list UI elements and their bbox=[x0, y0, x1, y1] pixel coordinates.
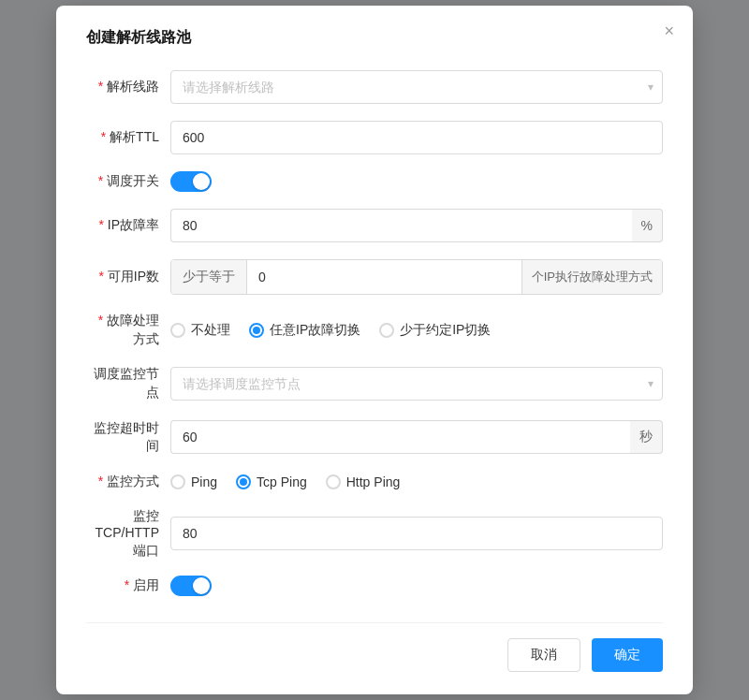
tcp-port-label: 监控TCP/HTTP 端口 bbox=[86, 507, 170, 559]
modal-title: 创建解析线路池 bbox=[86, 28, 663, 48]
fault-option-2[interactable]: 少于约定IP切换 bbox=[379, 322, 491, 339]
monitor-node-select-wrapper: 请选择调度监控节点 ▾ bbox=[170, 367, 663, 401]
ttl-label: 解析TTL bbox=[86, 128, 170, 147]
modal-container: 创建解析线路池 × 解析线路 请选择解析线路 ▾ 解析TTL 调度开关 bbox=[56, 6, 693, 694]
line-select[interactable]: 请选择解析线路 bbox=[170, 70, 663, 104]
monitor-timeout-label: 监控超时时间 bbox=[86, 419, 170, 456]
ttl-row: 解析TTL bbox=[86, 121, 663, 154]
line-label: 解析线路 bbox=[86, 78, 170, 96]
tcp-port-label-line1: 监控TCP/HTTP bbox=[95, 508, 159, 540]
monitor-type-row: 监控方式 Ping Tcp Ping Http Ping bbox=[86, 473, 663, 491]
tcp-port-row: 监控TCP/HTTP 端口 bbox=[86, 507, 663, 559]
line-select-wrapper: 请选择解析线路 ▾ bbox=[170, 70, 663, 104]
monitor-type-label: 监控方式 bbox=[86, 473, 170, 491]
fault-mode-label: 故障处理方式 bbox=[86, 312, 170, 348]
fault-option-label-2: 少于约定IP切换 bbox=[400, 322, 491, 339]
fault-rate-row: IP故障率 % bbox=[86, 209, 663, 242]
monitor-node-row: 调度监控节点 请选择调度监控节点 ▾ bbox=[86, 365, 663, 401]
cancel-button[interactable]: 取消 bbox=[507, 638, 580, 672]
monitor-node-label: 调度监控节点 bbox=[86, 365, 170, 401]
radio-circle-2 bbox=[379, 323, 394, 338]
available-ip-wrapper: 少于等于 个IP执行故障处理方式 bbox=[170, 259, 663, 295]
schedule-label: 调度开关 bbox=[86, 172, 170, 191]
monitor-type-option-0[interactable]: Ping bbox=[170, 474, 217, 489]
enable-toggle-slider bbox=[170, 576, 212, 596]
confirm-button[interactable]: 确定 bbox=[592, 638, 663, 672]
line-row: 解析线路 请选择解析线路 ▾ bbox=[86, 70, 663, 104]
schedule-row: 调度开关 bbox=[86, 171, 663, 192]
fault-rate-input[interactable] bbox=[170, 209, 632, 242]
monitor-timeout-suffix: 秒 bbox=[630, 420, 663, 454]
monitor-radio-circle-2 bbox=[326, 474, 341, 489]
available-ip-label: 可用IP数 bbox=[86, 268, 170, 286]
modal-overlay: 创建解析线路池 × 解析线路 请选择解析线路 ▾ 解析TTL 调度开关 bbox=[0, 0, 749, 700]
monitor-radio-circle-0 bbox=[170, 474, 185, 489]
fault-option-label-1: 任意IP故障切换 bbox=[270, 322, 360, 339]
monitor-timeout-row: 监控超时时间 秒 bbox=[86, 419, 663, 456]
available-ip-prefix: 少于等于 bbox=[171, 260, 247, 294]
fault-option-1[interactable]: 任意IP故障切换 bbox=[249, 322, 360, 339]
tcp-port-input[interactable] bbox=[170, 517, 663, 550]
monitor-type-label-2: Http Ping bbox=[346, 474, 401, 489]
monitor-type-label-1: Tcp Ping bbox=[257, 474, 307, 489]
fault-rate-label: IP故障率 bbox=[86, 216, 170, 235]
available-ip-row: 可用IP数 少于等于 个IP执行故障处理方式 bbox=[86, 259, 663, 295]
enable-row: 启用 bbox=[86, 576, 663, 596]
available-ip-suffix: 个IP执行故障处理方式 bbox=[521, 260, 662, 294]
monitor-type-radio-group: Ping Tcp Ping Http Ping bbox=[170, 474, 400, 489]
monitor-radio-circle-1 bbox=[236, 474, 251, 489]
fault-mode-row: 故障处理方式 不处理 任意IP故障切换 少于约定IP切换 bbox=[86, 312, 663, 348]
tcp-port-label-line2: 端口 bbox=[133, 543, 159, 558]
fault-option-0[interactable]: 不处理 bbox=[170, 322, 230, 339]
monitor-type-option-1[interactable]: Tcp Ping bbox=[236, 474, 307, 489]
fault-option-label-0: 不处理 bbox=[191, 322, 230, 339]
monitor-timeout-input[interactable] bbox=[170, 420, 630, 454]
radio-circle-0 bbox=[170, 323, 185, 338]
enable-label: 启用 bbox=[86, 576, 170, 595]
enable-toggle[interactable] bbox=[170, 576, 212, 596]
fault-rate-suffix: % bbox=[632, 209, 663, 242]
available-ip-input[interactable] bbox=[247, 260, 521, 294]
monitor-timeout-input-wrapper: 秒 bbox=[170, 420, 663, 454]
fault-mode-radio-group: 不处理 任意IP故障切换 少于约定IP切换 bbox=[170, 322, 491, 339]
monitor-type-label-0: Ping bbox=[191, 474, 217, 489]
monitor-node-select[interactable]: 请选择调度监控节点 bbox=[170, 367, 663, 401]
schedule-toggle[interactable] bbox=[170, 171, 212, 192]
fault-rate-input-wrapper: % bbox=[170, 209, 663, 242]
monitor-type-option-2[interactable]: Http Ping bbox=[326, 474, 401, 489]
modal-footer: 取消 确定 bbox=[86, 622, 663, 672]
toggle-slider bbox=[170, 171, 212, 192]
ttl-input[interactable] bbox=[170, 121, 663, 154]
close-button[interactable]: × bbox=[664, 22, 674, 39]
radio-circle-1 bbox=[249, 323, 264, 338]
